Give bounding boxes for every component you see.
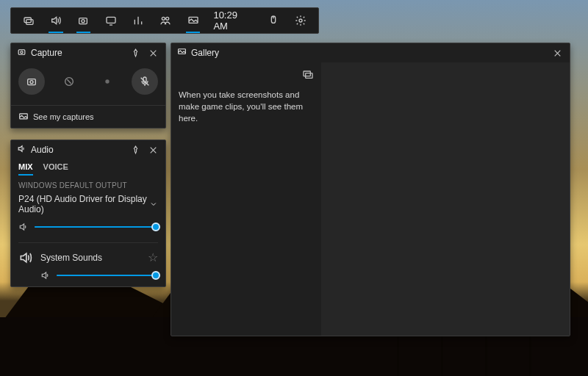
pin-icon[interactable] [129, 46, 142, 59]
close-icon[interactable] [551, 46, 564, 59]
svg-point-5 [162, 17, 165, 20]
audio-title: Audio [31, 145, 54, 155]
chevron-down-icon [149, 199, 158, 209]
screenshot-button[interactable] [18, 68, 45, 95]
slider-thumb[interactable] [151, 271, 160, 280]
svg-rect-4 [107, 17, 115, 23]
svg-point-13 [30, 81, 33, 84]
clock: 10:29 AM [207, 8, 259, 33]
pin-icon[interactable] [129, 143, 142, 156]
close-icon[interactable] [146, 46, 159, 59]
game-bar-toolbar: 10:29 AM [10, 7, 319, 34]
settings-button[interactable] [288, 8, 314, 33]
capture-panel: Capture See my captures [10, 43, 166, 129]
mouse-button[interactable] [260, 8, 286, 33]
svg-point-6 [166, 17, 169, 20]
speaker-icon [17, 144, 26, 156]
volume-icon [40, 270, 51, 281]
see-my-captures-label: See my captures [33, 112, 94, 121]
system-sounds-label: System Sounds [40, 253, 102, 263]
master-volume-slider[interactable] [35, 226, 158, 228]
svg-rect-12 [28, 79, 36, 85]
svg-point-15 [105, 79, 109, 83]
tab-mix[interactable]: MIX [18, 162, 33, 176]
gallery-preview-area [321, 62, 570, 336]
output-section-label: WINDOWS DEFAULT OUTPUT [18, 181, 158, 189]
slider-thumb[interactable] [151, 223, 160, 231]
gallery-widget-button[interactable] [180, 8, 206, 33]
slider-fill [57, 275, 156, 276]
open-folder-button[interactable] [302, 68, 314, 83]
mic-toggle-button[interactable] [132, 68, 158, 95]
speaker-icon [18, 250, 33, 281]
output-device-name: P24 (HD Audio Driver for Display Audio) [18, 194, 149, 214]
svg-rect-10 [18, 50, 25, 55]
close-icon[interactable] [146, 143, 159, 156]
gallery-title: Gallery [191, 48, 219, 58]
gallery-panel: Gallery When you take screenshots and ma… [171, 43, 570, 336]
audio-widget-button[interactable] [43, 8, 68, 33]
performance-widget-button[interactable] [98, 8, 123, 33]
svg-point-11 [21, 51, 23, 53]
volume-icon [18, 222, 29, 232]
favorite-star-icon[interactable]: ☆ [148, 250, 158, 264]
svg-rect-0 [24, 18, 31, 23]
gallery-empty-text: When you take screenshots and make game … [179, 89, 314, 124]
record-button[interactable] [94, 68, 121, 95]
slider-fill [35, 226, 156, 228]
record-last-button[interactable] [56, 68, 82, 95]
capture-title: Capture [31, 48, 62, 58]
xbox-button[interactable] [15, 8, 41, 33]
output-device-dropdown[interactable]: P24 (HD Audio Driver for Display Audio) [18, 194, 158, 214]
social-widget-button[interactable] [153, 8, 179, 33]
svg-point-9 [299, 19, 302, 22]
camera-icon [17, 47, 26, 59]
gallery-icon [177, 47, 187, 59]
audio-panel: Audio MIX VOICE WINDOWS DEFAULT OUTPUT P… [10, 140, 166, 287]
stats-widget-button[interactable] [125, 8, 151, 33]
see-my-captures-link[interactable]: See my captures [11, 105, 165, 128]
capture-widget-button[interactable] [71, 8, 96, 33]
svg-rect-2 [79, 18, 87, 24]
svg-point-3 [82, 20, 85, 23]
tab-voice[interactable]: VOICE [43, 162, 68, 176]
system-sounds-volume-slider[interactable] [57, 275, 158, 276]
